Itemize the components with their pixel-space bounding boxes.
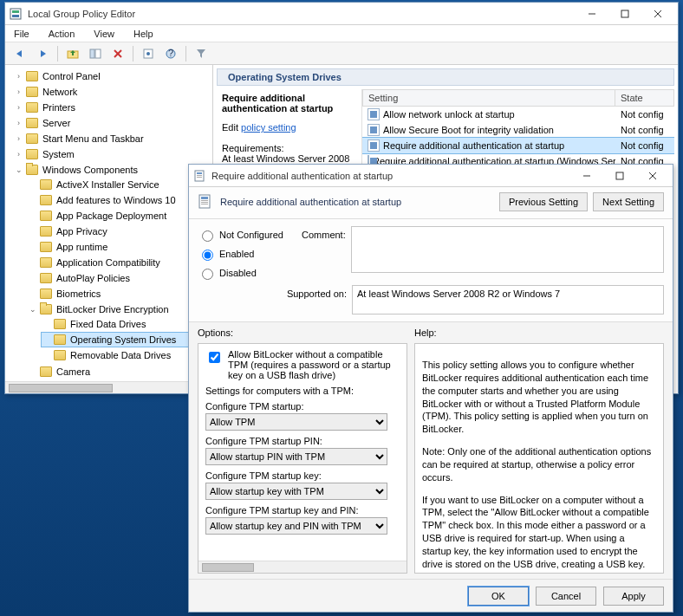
allow-without-tpm-checkbox[interactable]: Allow BitLocker without a compatible TPM… — [205, 349, 400, 380]
svg-rect-21 — [616, 172, 623, 179]
tree-item[interactable]: Application Compatibility — [28, 256, 212, 269]
dialog-maximize-button[interactable] — [603, 166, 636, 185]
settings-row[interactable]: Allow network unlock at startupNot confi… — [362, 107, 674, 122]
menu-help[interactable]: Help — [130, 28, 157, 40]
close-button[interactable] — [641, 4, 674, 23]
collapse-icon[interactable]: ⌄ — [28, 302, 37, 316]
tree-item[interactable]: ›Network — [14, 85, 212, 99]
help-pane[interactable]: This policy setting allows you to config… — [414, 343, 664, 574]
svg-rect-1 — [12, 10, 19, 13]
minimize-button[interactable] — [576, 4, 608, 23]
expand-icon[interactable]: › — [14, 101, 23, 114]
folder-icon — [54, 319, 66, 329]
up-folder-icon[interactable] — [63, 45, 82, 62]
tree-pane[interactable]: ›Control Panel›Network›Printers›Server›S… — [5, 65, 213, 393]
previous-setting-button[interactable]: Previous Setting — [499, 192, 588, 211]
menu-file[interactable]: File — [10, 28, 33, 40]
tpm-key-pin-label: Configure TPM startup key and PIN: — [205, 505, 400, 515]
dialog-minimize-button[interactable] — [570, 166, 603, 185]
expand-icon[interactable]: › — [14, 147, 23, 161]
expand-icon[interactable]: › — [14, 85, 23, 99]
tree-item[interactable]: ›Server — [14, 116, 212, 130]
tree-item[interactable]: Camera — [28, 365, 212, 379]
edit-policy-link[interactable]: policy setting — [241, 122, 296, 133]
setting-name: Allow Secure Boot for integrity validati… — [383, 125, 554, 135]
tree-item[interactable]: AutoPlay Policies — [28, 271, 212, 285]
tree-hscrollbar[interactable] — [5, 381, 212, 393]
tree-item[interactable]: ›Printers — [14, 101, 212, 114]
forward-icon[interactable] — [33, 45, 52, 62]
supported-on-label: Supported on: — [256, 285, 347, 299]
radio-disabled[interactable]: Disabled — [198, 266, 293, 280]
folder-icon — [26, 87, 38, 97]
tree-item[interactable]: ⌄BitLocker Drive Encryption — [28, 302, 212, 316]
tpm-key-select[interactable]: Allow startup key with TPM — [205, 483, 387, 500]
cancel-button[interactable]: Cancel — [536, 587, 596, 606]
tree-item[interactable]: ActiveX Installer Service — [28, 178, 212, 191]
tree-item[interactable]: Operating System Drives — [42, 333, 212, 347]
toolbar: ? — [5, 42, 678, 65]
expand-icon[interactable]: › — [14, 116, 23, 130]
delete-icon[interactable] — [108, 45, 127, 62]
tree-item[interactable]: Removable Data Drives — [42, 348, 212, 362]
tpm-key-pin-select[interactable]: Allow startup key and PIN with TPM — [205, 517, 387, 535]
policy-header-icon — [198, 194, 213, 210]
dialog-titlebar[interactable]: Require additional authentication at sta… — [189, 165, 673, 187]
tree-item[interactable]: App Privacy — [28, 224, 212, 238]
ok-button[interactable]: OK — [468, 587, 529, 606]
folder-icon — [40, 179, 52, 190]
folder-icon — [26, 118, 38, 128]
filter-icon[interactable] — [192, 45, 211, 62]
tree-item[interactable]: ›Start Menu and Taskbar — [14, 132, 212, 146]
tree-item[interactable]: Fixed Data Drives — [42, 317, 212, 331]
folder-icon — [40, 242, 52, 252]
tpm-startup-select[interactable]: Allow TPM — [205, 413, 387, 431]
expand-icon[interactable]: › — [14, 69, 23, 83]
col-state[interactable]: State — [615, 89, 674, 107]
folder-icon — [26, 102, 38, 113]
collapse-icon[interactable]: ⌄ — [14, 163, 23, 177]
tree-item[interactable]: Add features to Windows 10 — [28, 193, 212, 207]
col-setting[interactable]: Setting — [362, 89, 615, 107]
list-header[interactable]: Setting State — [362, 89, 674, 107]
properties-icon[interactable] — [139, 45, 158, 62]
radio-enabled[interactable]: Enabled — [198, 247, 293, 261]
folder-icon — [40, 289, 52, 299]
menu-action[interactable]: Action — [45, 28, 79, 40]
settings-row[interactable]: Allow Secure Boot for integrity validati… — [362, 122, 674, 138]
back-icon[interactable] — [10, 45, 29, 62]
radio-not-configured[interactable]: Not Configured — [198, 228, 293, 242]
category-title: Operating System Drives — [228, 72, 342, 82]
gpedit-title: Local Group Policy Editor — [28, 9, 576, 19]
folder-icon — [26, 149, 38, 159]
setting-name: Require additional authentication at sta… — [383, 140, 564, 151]
options-hscrollbar[interactable] — [198, 561, 407, 573]
policy-item-icon — [368, 124, 380, 136]
tree-item-label: Control Panel — [41, 69, 102, 83]
tree-item[interactable]: ⌄Windows Components — [14, 163, 212, 177]
maximize-button[interactable] — [608, 4, 641, 23]
comment-textarea[interactable] — [351, 226, 664, 273]
svg-rect-27 — [201, 202, 208, 203]
dialog-close-button[interactable] — [636, 166, 669, 185]
tree-item-label: BitLocker Drive Encryption — [55, 302, 171, 316]
tpm-section-label: Settings for computers with a TPM: — [205, 386, 400, 396]
tree-item[interactable]: Biometrics — [28, 287, 212, 301]
tree-item[interactable]: ›System — [14, 147, 212, 161]
settings-row[interactable]: Require additional authentication at sta… — [362, 138, 674, 153]
apply-button[interactable]: Apply — [603, 587, 664, 606]
help-icon[interactable]: ? — [161, 45, 180, 62]
folder-icon — [40, 195, 52, 205]
supported-on-text: At least Windows Server 2008 R2 or Windo… — [352, 285, 664, 314]
svg-rect-0 — [10, 9, 21, 19]
next-setting-button[interactable]: Next Setting — [593, 192, 664, 211]
gpedit-titlebar[interactable]: Local Group Policy Editor — [5, 3, 678, 25]
tpm-pin-select[interactable]: Allow startup PIN with TPM — [205, 448, 387, 465]
show-hide-tree-icon[interactable] — [86, 45, 105, 62]
menu-view[interactable]: View — [90, 28, 118, 40]
tree-item[interactable]: ›Control Panel — [14, 69, 212, 83]
tree-item-label: Camera — [55, 365, 92, 379]
tree-item[interactable]: App Package Deployment — [28, 209, 212, 223]
expand-icon[interactable]: › — [14, 132, 23, 146]
tree-item[interactable]: App runtime — [28, 240, 212, 254]
